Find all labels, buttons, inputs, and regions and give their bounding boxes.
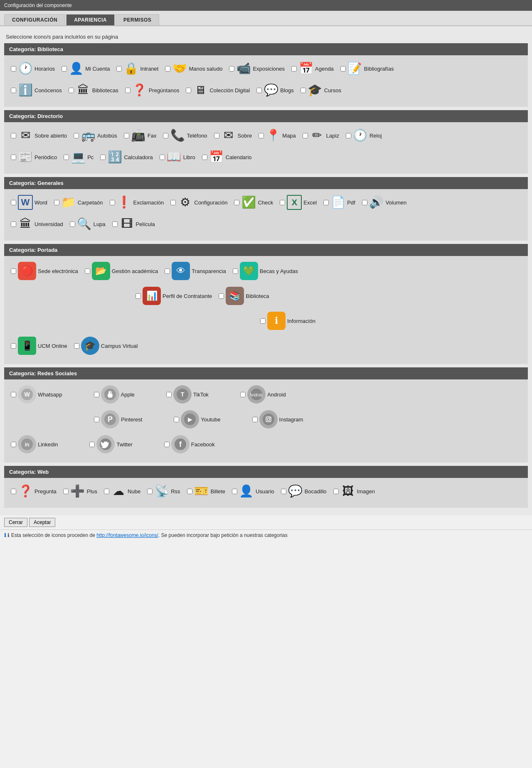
cb-horarios[interactable] (11, 66, 16, 71)
icon-blogs[interactable]: 💬Blogs (253, 81, 297, 99)
cb-bibliografias[interactable] (340, 66, 346, 71)
icon-transparencia[interactable]: 👁Transparencia (161, 260, 229, 282)
icon-lapiz[interactable]: ✏Lapiz (299, 126, 342, 145)
icon-pregunta[interactable]: ❓Pregunta (7, 482, 60, 500)
cb-linkedin[interactable] (11, 442, 16, 447)
cb-pelicula[interactable] (112, 222, 118, 227)
icon-instagram[interactable]: Instagram (249, 409, 307, 430)
cb-exposiciones[interactable] (229, 66, 234, 71)
cb-pregunta[interactable] (11, 489, 16, 494)
icon-mi-cuenta[interactable]: 👤Mi Cuenta (58, 59, 113, 78)
icon-universidad[interactable]: 🏛Universidad (7, 215, 66, 233)
cb-lapiz[interactable] (303, 133, 308, 138)
note-link[interactable]: http://fontawesome.io/icons/ (96, 532, 158, 538)
icon-apple[interactable]: Apple (91, 384, 138, 405)
cb-manos-saludo[interactable] (165, 66, 170, 71)
cb-calendario[interactable] (202, 155, 207, 160)
cb-biblioteca-portada[interactable] (219, 293, 224, 299)
cb-sede-electronica[interactable] (11, 268, 16, 274)
icon-agenda[interactable]: 📅Agenda (288, 59, 337, 78)
icon-biblioteca-portada[interactable]: 📚Biblioteca (215, 285, 272, 307)
cb-telefono[interactable] (163, 133, 168, 138)
icon-gestion-academica[interactable]: 📂Gestión académica (81, 260, 161, 282)
cb-imagen[interactable] (333, 489, 339, 494)
icon-bibliotecas[interactable]: 🏛Bibliotecas (65, 81, 122, 99)
cb-pc[interactable] (64, 155, 69, 160)
icon-pdf[interactable]: 📄Pdf (320, 193, 359, 212)
cb-usuario[interactable] (232, 489, 237, 494)
icon-twitter[interactable]: Twitter (86, 433, 135, 455)
cb-plus[interactable] (63, 489, 69, 494)
icon-fax[interactable]: 📠Fax (121, 126, 160, 145)
icon-plus[interactable]: ➕Plus (60, 482, 101, 500)
cb-twitter[interactable] (89, 442, 95, 447)
icon-sobre[interactable]: ✉Sobre (211, 126, 256, 145)
icon-mapa[interactable]: 📍Mapa (255, 126, 299, 145)
close-button[interactable]: Cerrar (4, 518, 27, 527)
icon-carpetaon[interactable]: 📁Carpetaón (51, 193, 106, 212)
icon-libro[interactable]: 📖Libro (156, 148, 199, 166)
icon-youtube[interactable]: ▶ Youtube (170, 409, 224, 430)
cb-reloj[interactable] (346, 133, 351, 138)
cb-carpetaon[interactable] (54, 200, 59, 205)
cb-cursos[interactable] (300, 88, 306, 93)
cb-ucm-online[interactable] (11, 343, 16, 349)
cb-campus-virtual[interactable] (74, 343, 79, 349)
cb-pinterest[interactable] (94, 417, 99, 422)
icon-check[interactable]: ✅Check (231, 193, 276, 212)
cb-gestion-academica[interactable] (85, 268, 90, 274)
icon-configuracion[interactable]: ⚙Configuración (167, 193, 231, 212)
cb-coleccion-digital[interactable] (186, 88, 191, 93)
cb-blogs[interactable] (256, 88, 262, 93)
tab-configuracion[interactable]: CONFIGURACIÓN (4, 14, 65, 25)
icon-android[interactable]: Android Android (237, 384, 289, 405)
icon-bocadillo[interactable]: 💬Bocadillo (278, 482, 330, 500)
icon-coleccion-digital[interactable]: 🖥Colección Digital (182, 81, 253, 99)
cb-youtube[interactable] (174, 417, 179, 422)
icon-perfil-contratante[interactable]: 📊Perfil de Contratante (132, 285, 215, 307)
cb-configuracion[interactable] (170, 200, 176, 205)
icon-billete[interactable]: 🎫Billete (184, 482, 229, 500)
icon-ucm-online[interactable]: 📱UCM Online (7, 335, 71, 357)
cb-mapa[interactable] (259, 133, 264, 138)
icon-telefono[interactable]: 📞Teléfono (160, 126, 210, 145)
icon-rss[interactable]: 📡Rss (144, 482, 183, 500)
cb-sobre[interactable] (214, 133, 219, 138)
cb-instagram[interactable] (252, 417, 258, 422)
icon-becas-ayudas[interactable]: 💚Becas y Ayudas (229, 260, 301, 282)
icon-preguntanos[interactable]: ❓Pregúntanos (122, 81, 183, 99)
cb-lupa[interactable] (70, 222, 75, 227)
icon-periodico[interactable]: 📰Periódico (7, 148, 60, 166)
icon-cursos[interactable]: 🎓Cursos (297, 81, 345, 99)
cb-preguntanos[interactable] (125, 88, 131, 93)
cb-bocadillo[interactable] (281, 489, 286, 494)
icon-pelicula[interactable]: 🎞Película (109, 215, 158, 233)
icon-reloj[interactable]: 🕐Reloj (342, 126, 385, 145)
accept-button[interactable]: Aceptar (29, 518, 55, 527)
cb-word[interactable] (11, 200, 16, 205)
cb-fax[interactable] (124, 133, 129, 138)
cb-transparencia[interactable] (165, 268, 170, 274)
cb-autobus[interactable] (74, 133, 79, 138)
cb-becas-ayudas[interactable] (233, 268, 238, 274)
icon-conocenos[interactable]: ℹ️Conócenos (7, 81, 65, 99)
icon-whatsapp[interactable]: W Whatsapp (7, 384, 66, 405)
cb-rss[interactable] (147, 489, 153, 494)
icon-word[interactable]: WWord (7, 193, 51, 212)
cb-exclamacion[interactable] (110, 200, 115, 205)
icon-imagen[interactable]: 🖼Imagen (330, 482, 378, 500)
cb-check[interactable] (234, 200, 239, 205)
icon-calendario[interactable]: 📅Calendario (199, 148, 255, 166)
cb-calculadora[interactable] (100, 155, 106, 160)
cb-sobre-abierto[interactable] (11, 133, 16, 138)
cb-facebook[interactable] (164, 442, 170, 447)
icon-horarios[interactable]: 🕐Horarios (7, 59, 58, 78)
cb-excel[interactable] (280, 200, 285, 205)
icon-intranet[interactable]: 🔒Intranet (113, 59, 162, 78)
icon-pc[interactable]: 💻Pc (60, 148, 97, 166)
cb-apple[interactable] (94, 392, 99, 397)
cb-billete[interactable] (187, 489, 192, 494)
icon-usuario[interactable]: 👤Usuario (229, 482, 278, 500)
tab-permisos[interactable]: PERMISOS (116, 14, 159, 25)
cb-universidad[interactable] (11, 222, 16, 227)
